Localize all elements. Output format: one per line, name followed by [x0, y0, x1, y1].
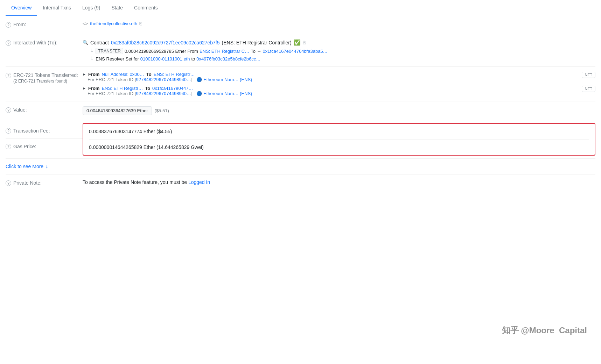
- ens-resolver-line: └ ENS Resolver Set for 01001000-01101001…: [83, 56, 595, 62]
- transfer-to-link[interactable]: 0x1fca4167e044764bfa3aba5…: [263, 49, 328, 54]
- to-keyword-1: To: [146, 72, 152, 77]
- value-value: 0.004641809364827639 Ether ($5.51): [83, 106, 595, 115]
- private-note-label: Private Note:: [13, 180, 42, 186]
- nft-badge-1: NFT: [582, 72, 595, 78]
- erc721-value: ► From Null Address: 0x00… To ENS: ETH R…: [83, 72, 595, 96]
- copy-icon[interactable]: ⎘: [139, 21, 142, 26]
- tab-internal-txns[interactable]: Internal Txns: [37, 0, 77, 16]
- erc721-label-block: ERC-721 Tokens Transferred: (2 ERC-721 T…: [13, 72, 78, 84]
- code-brackets-icon: <>: [83, 21, 88, 26]
- tab-state[interactable]: State: [106, 0, 128, 16]
- gas-price-display: 0.000000014644265829 Ether (14.644265829…: [89, 140, 589, 155]
- from-row: ? From: <> thefriendlycollective.eth ⎘: [6, 16, 595, 34]
- transfer-from-link[interactable]: ENS: ETH Registrar C…: [200, 49, 249, 54]
- erc721-token-id-line-1: For ERC-721 Token ID [927848229670744989…: [83, 77, 578, 82]
- fee-gas-combined-row: ?Transaction Fee:?Gas Price:0.0038376763…: [6, 120, 595, 159]
- transfer-from-text: From: [188, 49, 198, 54]
- tab-logs[interactable]: Logs (9): [77, 0, 106, 16]
- for-text-2: For ERC-721 Token ID: [88, 91, 133, 96]
- transfer-amount: 0.000421982669529785 Ether: [125, 49, 186, 54]
- corner-icon: └: [90, 49, 93, 54]
- for-text-1: For ERC-721 Token ID: [88, 77, 133, 82]
- erc721-transfer-2-content: ► From ENS: ETH Registr… To 0x1fca4167e0…: [83, 86, 578, 96]
- erc721-from-to-line-2: ► From ENS: ETH Registr… To 0x1fca4167e0…: [83, 86, 578, 91]
- to-keyword-2: To: [145, 86, 150, 91]
- transfer-to-text: To →: [251, 49, 261, 54]
- private-note-label-col: ? Private Note:: [6, 179, 83, 186]
- see-more-arrow: ↓: [46, 164, 48, 169]
- erc721-to-address-2[interactable]: 0x1fca4167e0447…: [152, 86, 193, 91]
- ens-resolver-text: ENS Resolver Set for: [96, 56, 139, 62]
- see-more-link[interactable]: Click to see More ↓: [6, 159, 595, 174]
- value-usd: ($5.51): [155, 108, 169, 113]
- private-note-value: To access the Private Note feature, you …: [83, 179, 595, 185]
- erc721-token-id-line-2: For ERC-721 Token ID [927848229670744989…: [83, 91, 578, 96]
- transfer-line-1: └ TRANSFER 0.000421982669529785 Ether Fr…: [83, 48, 595, 54]
- interacted-value: 🔍 Contract 0x283af0b28c62c092c9727f1ee09…: [83, 39, 595, 62]
- tab-overview[interactable]: Overview: [6, 0, 37, 16]
- ens-resolver-to-link[interactable]: 0x4976fb03c32e5b8cfe2b6cc…: [196, 56, 260, 62]
- transfer-badge: TRANSFER: [96, 48, 123, 54]
- from-help-icon[interactable]: ?: [6, 22, 11, 28]
- transaction-fee-display: 0.003837676303147774 Ether ($4.55): [89, 124, 589, 139]
- tx-fee-label: Transaction Fee:: [13, 128, 50, 134]
- from-value: <> thefriendlycollective.eth ⎘: [83, 21, 595, 26]
- interacted-help-icon[interactable]: ?: [6, 40, 11, 46]
- erc721-transfer-1-content: ► From Null Address: 0x00… To ENS: ETH R…: [83, 72, 578, 82]
- erc721-label-col: ? ERC-721 Tokens Transferred: (2 ERC-721…: [6, 72, 83, 84]
- nft-badge-2: NFT: [582, 86, 595, 92]
- value-help-icon[interactable]: ?: [6, 107, 11, 113]
- private-note-help-icon[interactable]: ?: [6, 180, 11, 186]
- ens-dot-icon-2: 🔵: [196, 91, 202, 96]
- tab-comments[interactable]: Comments: [128, 0, 163, 16]
- erc721-block: ► From Null Address: 0x00… To ENS: ETH R…: [83, 72, 595, 96]
- contract-line: 🔍 Contract 0x283af0b28c62c092c9727f1ee09…: [83, 39, 595, 46]
- erc721-to-address-1[interactable]: ENS: ETH Registr…: [154, 72, 195, 77]
- tx-fee-help-icon[interactable]: ?: [6, 128, 11, 134]
- from-label: From:: [13, 22, 26, 27]
- fee-gas-red-box: 0.003837676303147774 Ether ($4.55)0.0000…: [83, 123, 595, 156]
- contract-address-link[interactable]: 0x283af0b28c62c092c9727f1ee09c02ca627eb7…: [111, 40, 220, 45]
- from-keyword-1: From: [88, 72, 100, 77]
- erc721-transfer-1: ► From Null Address: 0x00… To ENS: ETH R…: [83, 72, 595, 82]
- erc721-token-id-link-2[interactable]: 92784822967074498940…: [136, 91, 191, 96]
- erc721-from-address-1[interactable]: Null Address: 0x00…: [102, 72, 144, 77]
- tabs-nav: Overview Internal Txns Logs (9) State Co…: [0, 0, 601, 16]
- ens-dot-icon-1: 🔵: [196, 77, 202, 82]
- main-content: ? From: <> thefriendlycollective.eth ⎘ ?…: [0, 16, 601, 191]
- corner-icon-2: └: [90, 56, 93, 62]
- gas-price-help-icon[interactable]: ?: [6, 144, 11, 149]
- erc721-row: ? ERC-721 Tokens Transferred: (2 ERC-721…: [6, 67, 595, 101]
- value-amount: 0.004641809364827639 Ether: [86, 108, 148, 113]
- erc721-from-to-line-1: ► From Null Address: 0x00… To ENS: ETH R…: [83, 72, 578, 77]
- contract-copy-icon[interactable]: ⎘: [303, 40, 306, 45]
- erc721-token-name-2[interactable]: Ethereum Nam… (ENS): [203, 91, 252, 96]
- ens-domain-link[interactable]: 01001000-01101001.eth: [140, 56, 190, 62]
- erc721-help-icon[interactable]: ?: [6, 73, 11, 78]
- logged-in-link[interactable]: Logged In: [188, 179, 210, 185]
- from-label-col: ? From:: [6, 21, 83, 28]
- triangle-icon-1: ►: [83, 72, 86, 76]
- see-more-label: Click to see More: [6, 164, 43, 169]
- search-icon: 🔍: [83, 40, 88, 45]
- erc721-transfer-2: ► From ENS: ETH Registr… To 0x1fca4167e0…: [83, 86, 595, 96]
- value-badge: 0.004641809364827639 Ether: [83, 106, 152, 115]
- interacted-label-col: ? Interacted With (To):: [6, 39, 83, 46]
- verified-checkmark-icon: ✅: [294, 39, 301, 46]
- erc721-transfer-1-wrapper: ► From Null Address: 0x00… To ENS: ETH R…: [83, 72, 595, 82]
- from-keyword-2: From: [88, 86, 100, 91]
- contract-name: (ENS: ETH Registrar Controller): [222, 40, 292, 45]
- erc721-token-id-link-1[interactable]: 92784822967074498940…: [136, 77, 191, 82]
- triangle-icon-2: ►: [83, 86, 86, 90]
- interacted-block: 🔍 Contract 0x283af0b28c62c092c9727f1ee09…: [83, 39, 595, 62]
- value-label: Value:: [13, 107, 27, 113]
- interacted-with-row: ? Interacted With (To): 🔍 Contract 0x283…: [6, 34, 595, 67]
- private-note-row: ? Private Note: To access the Private No…: [6, 174, 595, 191]
- interacted-label: Interacted With (To):: [13, 40, 57, 45]
- from-address-link[interactable]: thefriendlycollective.eth: [90, 21, 137, 26]
- private-note-text: To access the Private Note feature, you …: [83, 179, 187, 185]
- gas-price-label: Gas Price:: [13, 144, 36, 149]
- erc721-sublabel: (2 ERC-721 Transfers found): [13, 79, 78, 84]
- erc721-token-name-1[interactable]: Ethereum Nam… (ENS): [203, 77, 252, 82]
- erc721-from-address-2[interactable]: ENS: ETH Registr…: [102, 86, 143, 91]
